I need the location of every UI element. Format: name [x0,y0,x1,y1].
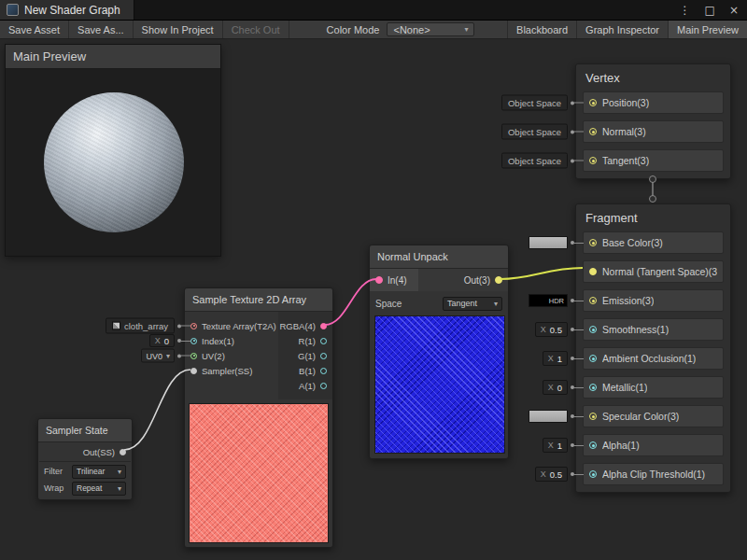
color-mode-dropdown[interactable]: <None> ▾ [387,22,474,36]
output-out-ss[interactable]: Out(SS) [38,442,132,461]
float-field[interactable]: X1 [543,438,568,453]
port-ambient-occlusion-icon[interactable] [589,355,597,362]
vertex-node[interactable]: Vertex Position(3) Object Space Normal(3… [575,63,731,179]
port-specular-color-icon[interactable] [589,413,597,420]
position-space-widget: Object Space [501,95,584,111]
fragment-row-ambient-occlusion[interactable]: Ambient Occlusion(1) X1 [583,347,724,370]
sample-texture-2d-array-node[interactable]: Sample Texture 2D Array Texture Array(T2… [184,287,333,548]
fragment-row-emission[interactable]: Emission(3) HDR [583,289,724,312]
port-r-icon[interactable] [320,338,327,344]
fragment-row-normal[interactable]: Normal (Tangent Space)(3) [583,260,724,283]
wrap-dropdown[interactable]: Repeat ▾ [72,482,126,496]
color-swatch[interactable] [529,236,568,249]
wrap-row: Wrap Repeat ▾ [38,481,132,499]
tangent-space-widget: Object Space [501,153,584,169]
output-rgba[interactable]: RGBA(4) [278,319,327,332]
graph-tab[interactable]: New Shader Graph [0,0,134,20]
smoothness-widget: X0.5 [535,322,584,337]
maximize-icon[interactable]: □ [705,4,715,17]
sampler-state-node[interactable]: Sampler State Out(SS) Filter Trilinear ▾… [37,418,133,500]
port-emission-icon[interactable] [589,297,597,304]
port-in4-icon[interactable] [375,276,383,284]
widget-connector [574,387,584,388]
port-uv-icon[interactable] [190,353,197,359]
port-g-icon[interactable] [320,353,327,359]
main-preview-panel[interactable]: Main Preview [5,44,221,257]
float-field[interactable]: X0 [543,380,568,395]
wire-out3-to-normal[interactable] [500,268,583,279]
port-sampler-icon[interactable] [190,368,197,374]
port-out-ss-icon[interactable] [120,449,126,455]
hdr-color-field[interactable]: HDR [529,294,568,307]
menu-icon[interactable]: ⋮ [680,4,691,17]
filter-dropdown[interactable]: Trilinear ▾ [72,465,126,479]
float-field[interactable]: X1 [543,351,568,366]
float-field[interactable]: X0.5 [535,322,568,337]
chevron-down-icon: ▾ [118,484,121,493]
fragment-row-specular-color[interactable]: Specular Color(3) [583,405,724,427]
vertex-row-tangent[interactable]: Tangent(3) Object Space [583,149,724,172]
normal-unpack-node[interactable]: Normal Unpack In(4) Out(3) Space Tangent… [369,245,509,459]
save-asset-button[interactable]: Save Asset [0,21,69,38]
port-metallic-icon[interactable] [589,384,597,391]
window-title: New Shader Graph [24,4,120,17]
output-a[interactable]: A(1) [278,379,327,392]
fragment-node-title: Fragment [576,204,730,230]
row-label: Specular Color(3) [602,411,679,422]
fragment-row-metallic[interactable]: Metallic(1) X0 [583,376,724,399]
port-normal-icon[interactable] [589,128,597,135]
space-dropdown[interactable]: Object Space [501,95,568,111]
port-b-icon[interactable] [320,368,327,374]
wire-samplerstate-to-sampler[interactable] [124,370,190,450]
space-dropdown[interactable]: Object Space [501,153,568,169]
port-position-icon[interactable] [589,99,597,106]
uv-channel-dropdown[interactable]: UV0▾ [141,349,175,363]
fragment-node[interactable]: Fragment Base Color(3) Normal (Tangent S… [575,203,731,493]
show-in-project-button[interactable]: Show In Project [134,21,223,38]
fragment-row-smoothness[interactable]: Smoothness(1) X0.5 [583,318,724,341]
texture-icon [112,322,120,330]
fragment-row-alpha[interactable]: Alpha(1) X1 [583,434,724,456]
chevron-down-icon: ▾ [494,300,498,308]
port-tangent-icon[interactable] [589,157,597,164]
row-label: Position(3) [602,97,649,108]
output-out3[interactable]: Out(3) [464,275,508,286]
output-b[interactable]: B(1) [278,364,327,377]
port-out3-icon[interactable] [495,276,502,284]
close-icon[interactable]: × [729,4,739,17]
port-base-color-icon[interactable] [589,239,597,246]
texture-object-field[interactable]: cloth_array [106,318,175,334]
port-rgba-icon[interactable] [320,323,327,329]
output-g[interactable]: G(1) [278,349,327,362]
unpack-space-row: Space Tangent ▾ [370,291,508,315]
float-field[interactable]: X0.5 [535,467,568,482]
graph-canvas[interactable]: Main Preview Vertex Position(3) Object S… [0,39,747,560]
port-normal-icon[interactable] [589,268,597,275]
blackboard-toggle[interactable]: Blackboard [507,21,576,38]
float-field[interactable]: X0 [149,334,175,347]
output-r[interactable]: R(1) [278,334,327,347]
graph-inspector-toggle[interactable]: Graph Inspector [576,21,668,38]
port-smoothness-icon[interactable] [589,326,597,333]
port-alpha-clip-icon[interactable] [589,470,597,478]
color-swatch[interactable] [529,410,568,423]
sample-node-title: Sample Texture 2D Array [185,288,332,312]
save-as-button[interactable]: Save As... [69,21,134,38]
vertex-row-normal[interactable]: Normal(3) Object Space [583,120,724,143]
port-alpha-icon[interactable] [589,441,597,449]
shader-preview-sphere[interactable] [44,92,184,232]
fragment-row-base-color[interactable]: Base Color(3) [583,231,724,254]
space-dropdown[interactable]: Object Space [501,124,568,140]
shader-graph-icon [7,4,19,16]
space-dropdown[interactable]: Tangent ▾ [443,297,502,311]
port-label: Out(3) [464,275,490,286]
widget-connector [574,329,584,330]
fragment-row-alpha-clip-threshold[interactable]: Alpha Clip Threshold(1) X0.5 [583,463,724,485]
port-index-icon[interactable] [190,338,197,344]
port-a-icon[interactable] [320,383,327,389]
port-texture-array-icon[interactable] [190,323,197,329]
main-preview-toggle[interactable]: Main Preview [668,21,747,38]
input-in4[interactable]: In(4) [370,269,418,291]
main-preview-header[interactable]: Main Preview [6,45,220,69]
vertex-row-position[interactable]: Position(3) Object Space [583,91,724,114]
